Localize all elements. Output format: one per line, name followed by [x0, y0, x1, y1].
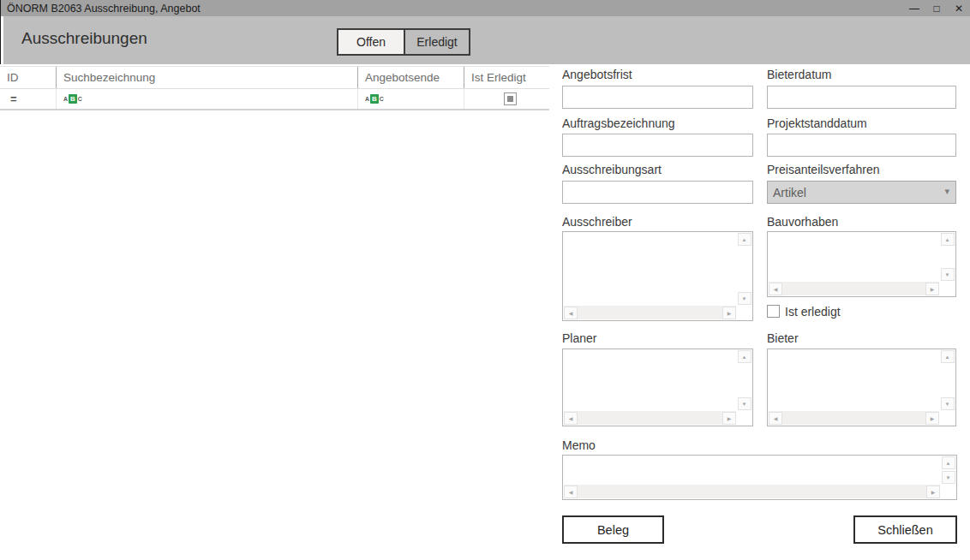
scroll-left-button[interactable]: ◀ — [564, 486, 578, 498]
equals-filter-icon[interactable]: = — [7, 92, 17, 105]
scroll-right-button[interactable]: ▶ — [925, 412, 939, 425]
abc-filter-letter: C — [380, 96, 384, 102]
filter-cell-id[interactable]: = — [0, 89, 56, 109]
vertical-scrollbar[interactable]: ▲ ▼ — [737, 350, 751, 410]
vertical-scrollbar[interactable]: ▲ ▼ — [941, 456, 955, 484]
ausschreiber-label: Ausschreiber — [562, 215, 632, 229]
close-button[interactable]: ✕ — [948, 0, 970, 16]
bieter-label: Bieter — [767, 331, 799, 345]
horizontal-scrollbar[interactable]: ◀ ▶ — [564, 411, 736, 425]
header-band: Ausschreibungen Offen Erledigt — [0, 16, 970, 64]
scroll-down-button[interactable]: ▼ — [942, 471, 955, 484]
preisanteilsverfahren-select[interactable]: Artikel ▾ — [767, 181, 956, 204]
column-header-id[interactable]: ID — [0, 67, 56, 88]
beleg-button[interactable]: Beleg — [562, 515, 664, 544]
scroll-right-button[interactable]: ▶ — [926, 486, 940, 498]
column-header-ist-erledigt[interactable]: Ist Erledigt — [464, 67, 549, 88]
abc-filter-letter: A — [63, 96, 68, 102]
horizontal-scrollbar[interactable]: ◀ ▶ — [769, 282, 939, 295]
preisanteilsverfahren-value: Artikel — [773, 186, 806, 200]
column-header-angebotsende[interactable]: Angebotsende — [357, 67, 464, 88]
vertical-scrollbar[interactable]: ▲ ▼ — [940, 233, 955, 281]
scroll-left-button[interactable]: ◀ — [769, 283, 782, 295]
angebotsfrist-input[interactable] — [562, 86, 753, 109]
filter-cell-angebotsende[interactable]: ABC — [357, 89, 464, 109]
scroll-right-button[interactable]: ▶ — [722, 412, 736, 425]
scroll-down-button[interactable]: ▼ — [941, 397, 955, 410]
grid-header-row: ID Suchbezeichnung Angebotsende Ist Erle… — [0, 67, 549, 89]
maximize-button[interactable]: □ — [925, 0, 948, 16]
schliessen-button[interactable]: Schließen — [853, 515, 957, 544]
planer-label: Planer — [562, 331, 596, 345]
scroll-left-button[interactable]: ◀ — [769, 412, 782, 425]
tab-offen[interactable]: Offen — [338, 30, 404, 54]
scroll-down-button[interactable]: ▼ — [941, 268, 955, 281]
scroll-down-button[interactable]: ▼ — [738, 292, 751, 305]
scroll-right-button[interactable]: ▶ — [925, 283, 939, 295]
scroll-up-button[interactable]: ▲ — [941, 233, 955, 246]
minimize-button[interactable]: — — [903, 0, 925, 16]
scroll-left-button[interactable]: ◀ — [564, 307, 578, 319]
ist-erledigt-checkbox[interactable] — [767, 305, 780, 318]
scroll-up-button[interactable]: ▲ — [942, 456, 955, 469]
bauvorhaben-textarea[interactable]: ▲ ▼ ◀ ▶ — [767, 231, 956, 297]
titlebar: ÖNORM B2063 Ausschreibung, Angebot — □ ✕ — [0, 0, 970, 16]
scroll-up-button[interactable]: ▲ — [738, 350, 751, 363]
vertical-scrollbar[interactable]: ▲ ▼ — [940, 350, 955, 410]
angebotsfrist-label: Angebotsfrist — [562, 68, 632, 81]
auftragsbezeichnung-label: Auftragsbezeichnung — [562, 116, 675, 130]
horizontal-scrollbar[interactable]: ◀ ▶ — [769, 411, 939, 425]
dropdown-arrow-icon: ▾ — [944, 186, 949, 197]
memo-textarea[interactable]: ▲ ▼ ◀ ▶ — [562, 455, 957, 500]
bauvorhaben-label: Bauvorhaben — [767, 215, 838, 229]
tab-group: Offen Erledigt — [337, 28, 470, 56]
bieter-textarea[interactable]: ▲ ▼ ◀ ▶ — [767, 349, 956, 426]
filter-cell-ist-erledigt — [464, 89, 549, 109]
horizontal-scrollbar[interactable]: ◀ ▶ — [564, 306, 736, 319]
scroll-down-button[interactable]: ▼ — [738, 397, 751, 410]
window-title: ÖNORM B2063 Ausschreibung, Angebot — [1, 3, 201, 15]
ausschreibungsart-input[interactable] — [562, 181, 753, 204]
filter-cell-suchbezeichnung[interactable]: ABC — [56, 89, 357, 109]
horizontal-scrollbar[interactable]: ◀ ▶ — [564, 485, 940, 498]
abc-filter-icon[interactable]: ABC — [365, 94, 384, 104]
tab-erledigt[interactable]: Erledigt — [404, 30, 469, 54]
abc-filter-letter-highlighted: B — [69, 94, 77, 104]
ausschreibungsart-label: Ausschreibungsart — [562, 163, 662, 176]
scroll-right-button[interactable]: ▶ — [722, 307, 736, 319]
bieterdatum-label: Bieterdatum — [767, 68, 831, 81]
abc-filter-icon[interactable]: ABC — [63, 94, 82, 104]
scroll-up-button[interactable]: ▲ — [738, 233, 751, 246]
scroll-up-button[interactable]: ▲ — [941, 350, 955, 363]
abc-filter-letter-highlighted: B — [370, 94, 379, 104]
projektstanddatum-label: Projektstanddatum — [767, 116, 867, 130]
vertical-scrollbar[interactable]: ▲ ▼ — [737, 233, 751, 305]
filter-checkbox[interactable] — [504, 92, 517, 105]
ausschreiber-textarea[interactable]: ▲ ▼ ◀ ▶ — [562, 231, 753, 321]
scroll-left-button[interactable]: ◀ — [564, 412, 578, 425]
window-controls: — □ ✕ — [903, 0, 970, 16]
preisanteilsverfahren-label: Preisanteilsverfahren — [767, 163, 880, 176]
grid-filter-row: = ABC ABC — [0, 89, 549, 110]
bieterdatum-input[interactable] — [767, 86, 956, 109]
ist-erledigt-label: Ist erledigt — [785, 305, 841, 319]
app-window: ÖNORM B2063 Ausschreibung, Angebot — □ ✕… — [0, 0, 970, 560]
auftragsbezeichnung-input[interactable] — [562, 134, 753, 157]
abc-filter-letter: A — [365, 96, 369, 102]
column-header-suchbezeichnung[interactable]: Suchbezeichnung — [56, 67, 357, 88]
abc-filter-letter: C — [78, 96, 82, 102]
memo-label: Memo — [562, 438, 596, 452]
page-title: Ausschreibungen — [21, 29, 147, 48]
projektstanddatum-input[interactable] — [767, 134, 956, 157]
ausschreibungen-grid: ID Suchbezeichnung Angebotsende Ist Erle… — [0, 66, 549, 110]
planer-textarea[interactable]: ▲ ▼ ◀ ▶ — [562, 349, 753, 426]
